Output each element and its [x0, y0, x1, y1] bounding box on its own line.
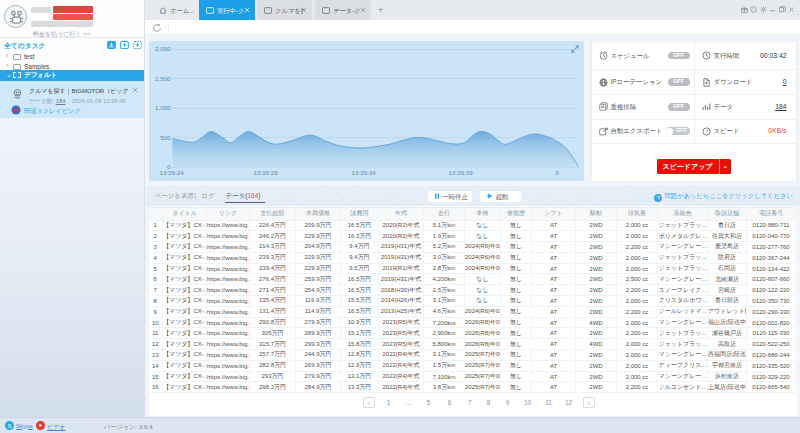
svg-text:S: S — [7, 423, 11, 429]
svg-text:!: ! — [753, 7, 754, 12]
